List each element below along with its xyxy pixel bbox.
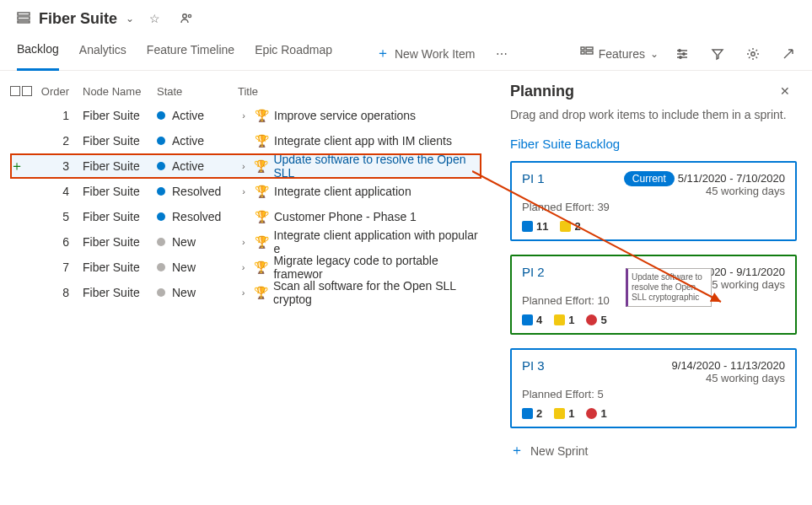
state-dot-icon bbox=[157, 162, 165, 170]
work-item-title[interactable]: Update software to resolve the Open SLL bbox=[273, 153, 481, 180]
table-row[interactable]: 6Fiber SuiteNew›🏆Integrate client applic… bbox=[10, 229, 481, 255]
svg-rect-2 bbox=[18, 21, 30, 23]
table-row[interactable]: 5Fiber SuiteResolved🏆Customer Phone - Ph… bbox=[10, 204, 481, 229]
cell-order: 3 bbox=[39, 159, 83, 173]
backlog-grid: Order Node Name State Title 1Fiber Suite… bbox=[0, 71, 492, 502]
cell-node: Fiber Suite bbox=[83, 235, 157, 249]
favorite-icon[interactable]: ☆ bbox=[143, 7, 166, 30]
state-dot-icon bbox=[157, 187, 165, 196]
tab-analytics[interactable]: Analytics bbox=[79, 37, 126, 71]
chevron-right-icon[interactable]: › bbox=[238, 161, 249, 171]
state-dot-icon bbox=[157, 137, 165, 145]
svg-rect-7 bbox=[586, 47, 593, 50]
backlog-level-icon bbox=[580, 46, 594, 62]
cell-title: ›🏆Update software to resolve the Open SL… bbox=[238, 153, 481, 180]
sprint-badges: 112 bbox=[522, 220, 785, 233]
bug-icon bbox=[586, 314, 597, 325]
work-item-title[interactable]: Migrate legacy code to portable framewor bbox=[273, 254, 481, 281]
view-options-icon[interactable] bbox=[670, 42, 694, 66]
chevron-right-icon[interactable]: › bbox=[238, 237, 250, 247]
grid-header: Order Node Name State Title bbox=[10, 79, 481, 103]
cell-node: Fiber Suite bbox=[83, 109, 157, 122]
sprint-card[interactable]: PI 39/14/2020 - 11/13/202045 working day… bbox=[510, 348, 797, 428]
settings-icon[interactable] bbox=[741, 42, 765, 66]
trophy-icon: 🏆 bbox=[254, 159, 268, 173]
state-dot-icon bbox=[157, 263, 165, 271]
sprint-name[interactable]: PI 2 bbox=[522, 265, 545, 279]
col-node[interactable]: Node Name bbox=[83, 85, 157, 98]
col-order[interactable]: Order bbox=[39, 85, 83, 98]
chevron-down-icon[interactable]: ⌄ bbox=[126, 13, 134, 24]
new-work-item-button[interactable]: ＋ New Work Item bbox=[376, 45, 475, 62]
state-dot-icon bbox=[157, 288, 165, 297]
work-item-title[interactable]: Improve service operations bbox=[274, 109, 416, 122]
bug-icon bbox=[586, 408, 597, 419]
trophy-icon: 🏆 bbox=[255, 109, 269, 122]
sprint-badges: 415 bbox=[522, 314, 785, 326]
chevron-right-icon[interactable]: › bbox=[238, 110, 250, 121]
tab-backlog[interactable]: Backlog bbox=[17, 37, 59, 71]
table-row[interactable]: 4Fiber SuiteResolved›🏆Integrate client a… bbox=[10, 179, 481, 204]
cell-title: ›🏆Integrate client application with popu… bbox=[238, 228, 481, 255]
cell-title: ›🏆Migrate legacy code to portable framew… bbox=[238, 254, 481, 281]
planning-panel: Planning ✕ Drag and drop work items to i… bbox=[492, 71, 812, 502]
table-row[interactable]: 1Fiber SuiteActive›🏆Improve service oper… bbox=[10, 103, 481, 128]
work-item-title[interactable]: Integrate client application with popula… bbox=[274, 228, 481, 255]
backlog-link[interactable]: Fiber Suite Backlog bbox=[510, 137, 797, 151]
sprint-card[interactable]: PI 27/13/2020 - 9/11/202045 working days… bbox=[510, 255, 797, 335]
cell-node: Fiber Suite bbox=[83, 210, 157, 223]
filter-icon[interactable] bbox=[706, 42, 729, 66]
features-dropdown[interactable]: Features ⌄ bbox=[580, 46, 659, 62]
trophy-icon: 🏆 bbox=[255, 185, 269, 198]
cell-node: Fiber Suite bbox=[83, 134, 157, 148]
sprint-days: 45 working days bbox=[624, 185, 785, 197]
work-item-title[interactable]: Integrate client application bbox=[274, 185, 411, 198]
new-sprint-button[interactable]: ＋ New Sprint bbox=[510, 442, 797, 459]
cell-order: 6 bbox=[39, 235, 83, 249]
cell-state: Active bbox=[157, 159, 238, 173]
story-icon bbox=[560, 221, 571, 232]
cell-node: Fiber Suite bbox=[83, 159, 157, 173]
features-label: Features bbox=[599, 47, 645, 61]
state-dot-icon bbox=[157, 238, 165, 246]
page-title: Fiber Suite bbox=[39, 10, 117, 28]
expand-all-icon[interactable] bbox=[10, 86, 20, 96]
add-icon[interactable]: ＋ bbox=[10, 158, 24, 175]
col-state[interactable]: State bbox=[157, 85, 238, 98]
table-row[interactable]: 7Fiber SuiteNew›🏆Migrate legacy code to … bbox=[10, 255, 481, 280]
cell-state: New bbox=[157, 261, 238, 274]
more-icon[interactable]: ⋯ bbox=[490, 42, 514, 66]
chevron-down-icon: ⌄ bbox=[650, 48, 659, 60]
work-item-title[interactable]: Scan all software for the Open SLL crypt… bbox=[273, 279, 481, 306]
work-item-title[interactable]: Integrate client app with IM clients bbox=[274, 134, 452, 148]
team-icon[interactable] bbox=[175, 7, 198, 30]
sprint-name[interactable]: PI 3 bbox=[522, 358, 545, 373]
close-icon[interactable]: ✕ bbox=[773, 79, 797, 103]
cell-state: Resolved bbox=[157, 210, 238, 223]
col-title[interactable]: Title bbox=[238, 85, 481, 98]
tab-epic-roadmap[interactable]: Epic Roadmap bbox=[255, 37, 332, 71]
sprint-name[interactable]: PI 1 bbox=[522, 171, 545, 185]
table-row[interactable]: 8Fiber SuiteNew›🏆Scan all software for t… bbox=[10, 280, 481, 305]
tabs-bar: BacklogAnalyticsFeature TimelineEpic Roa… bbox=[0, 37, 812, 71]
sprint-card[interactable]: PI 1Current 5/11/2020 - 7/10/202045 work… bbox=[510, 161, 797, 241]
chevron-right-icon[interactable]: › bbox=[238, 287, 249, 298]
table-row[interactable]: 2Fiber SuiteActive🏆Integrate client app … bbox=[10, 128, 481, 153]
feature-icon bbox=[522, 221, 533, 232]
fullscreen-icon[interactable] bbox=[777, 42, 800, 66]
chevron-right-icon[interactable]: › bbox=[238, 262, 249, 272]
svg-point-3 bbox=[183, 14, 187, 19]
svg-rect-6 bbox=[581, 51, 584, 54]
cell-order: 8 bbox=[39, 286, 83, 299]
table-row[interactable]: ＋3Fiber SuiteActive›🏆Update software to … bbox=[10, 153, 481, 179]
work-item-title[interactable]: Customer Phone - Phase 1 bbox=[274, 210, 417, 223]
state-dot-icon bbox=[157, 212, 165, 221]
new-work-item-label: New Work Item bbox=[395, 47, 475, 61]
cell-title: 🏆Customer Phone - Phase 1 bbox=[238, 210, 481, 223]
trophy-icon: 🏆 bbox=[254, 286, 268, 299]
tab-feature-timeline[interactable]: Feature Timeline bbox=[147, 37, 234, 71]
panel-subtitle: Drag and drop work items to include them… bbox=[510, 108, 797, 121]
chevron-right-icon[interactable]: › bbox=[238, 186, 250, 196]
collapse-all-icon[interactable] bbox=[22, 86, 32, 96]
sprint-badges: 211 bbox=[522, 407, 785, 420]
